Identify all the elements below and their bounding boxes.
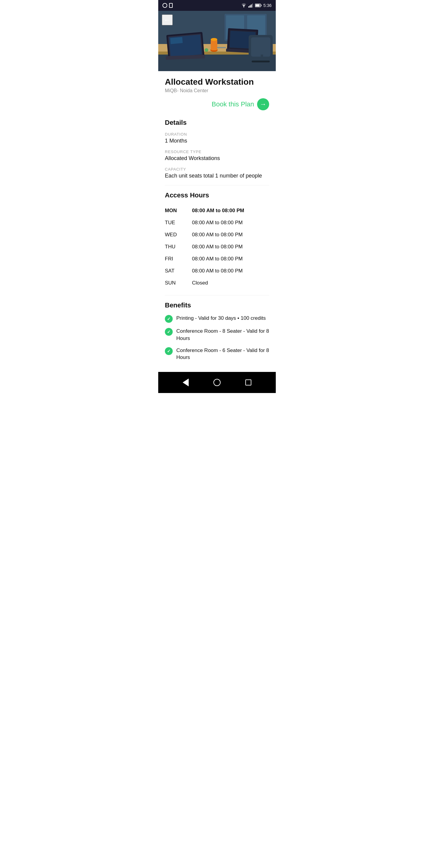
benefit-item: Printing - Valid for 30 days • 100 credi…: [165, 315, 269, 323]
access-hours-day: THU: [165, 241, 192, 253]
access-hours-time: 08:00 AM to 08:00 PM: [192, 253, 269, 265]
resource-type-label: RESOURCE TYPE: [165, 150, 269, 154]
status-left-icons: [162, 3, 173, 8]
sim-icon: [169, 3, 173, 8]
page-subtitle: MiQB- Noida Center: [165, 88, 269, 93]
benefit-item: Conference Room - 6 Seater - Valid for 8…: [165, 347, 269, 361]
benefit-text: Conference Room - 8 Seater - Valid for 8…: [176, 328, 269, 342]
access-hours-day: TUE: [165, 217, 192, 229]
access-hours-time: 08:00 AM to 08:00 PM: [192, 217, 269, 229]
signal-icon: [248, 3, 253, 7]
capacity-value: Each unit seats total 1 number of people: [165, 173, 269, 179]
divider-2: [165, 295, 269, 296]
capacity-label: CAPACITY: [165, 167, 269, 172]
nav-recents-button[interactable]: [243, 377, 254, 388]
svg-point-31: [205, 48, 208, 52]
access-hours-title: Access Hours: [165, 191, 269, 199]
svg-rect-3: [251, 4, 252, 7]
benefit-text: Conference Room - 6 Seater - Valid for 8…: [176, 347, 269, 361]
duration-label: DURATION: [165, 132, 269, 136]
svg-rect-1: [248, 6, 249, 7]
access-hours-day: SAT: [165, 265, 192, 277]
capacity-block: CAPACITY Each unit seats total 1 number …: [165, 167, 269, 179]
resource-type-block: RESOURCE TYPE Allocated Workstations: [165, 150, 269, 161]
duration-block: DURATION 1 Months: [165, 132, 269, 144]
wifi-icon: [241, 3, 247, 7]
benefits-list: Printing - Valid for 30 days • 100 credi…: [165, 315, 269, 361]
svg-rect-28: [251, 37, 270, 57]
nav-home-icon: [213, 379, 221, 386]
details-section-title: Details: [165, 119, 269, 127]
status-right-icons: 5:36: [241, 3, 272, 8]
status-bar: 5:36: [158, 0, 276, 11]
nav-back-button[interactable]: [180, 376, 191, 389]
clock: 5:36: [264, 3, 272, 8]
page-title: Allocated Workstation: [165, 77, 269, 87]
nav-bar: [158, 372, 276, 393]
benefit-item: Conference Room - 8 Seater - Valid for 8…: [165, 328, 269, 342]
benefit-text: Printing - Valid for 30 days • 100 credi…: [176, 315, 266, 322]
nav-recents-icon: [245, 379, 251, 385]
access-hours-table: MON08:00 AM to 08:00 PMTUE08:00 AM to 08…: [165, 205, 269, 289]
duration-value: 1 Months: [165, 138, 269, 144]
benefits-title: Benefits: [165, 301, 269, 309]
access-hours-row: WED08:00 AM to 08:00 PM: [165, 229, 269, 241]
svg-rect-4: [252, 4, 253, 7]
main-content: Allocated Workstation MiQB- Noida Center…: [158, 71, 276, 372]
access-hours-time: 08:00 AM to 08:00 PM: [192, 265, 269, 277]
access-hours-time: 08:00 AM to 08:00 PM: [192, 241, 269, 253]
svg-rect-7: [255, 4, 259, 7]
back-arrow-icon: ←: [164, 16, 171, 24]
access-hours-time: 08:00 AM to 08:00 PM: [192, 229, 269, 241]
access-hours-day: SUN: [165, 277, 192, 289]
svg-rect-30: [252, 61, 270, 62]
nav-home-button[interactable]: [211, 376, 223, 389]
access-hours-row: TUE08:00 AM to 08:00 PM: [165, 217, 269, 229]
svg-rect-18: [170, 37, 183, 44]
benefit-check-icon: [165, 347, 173, 355]
access-hours-row: THU08:00 AM to 08:00 PM: [165, 241, 269, 253]
benefit-check-icon: [165, 328, 173, 336]
nav-back-icon: [183, 378, 189, 386]
access-hours-day: FRI: [165, 253, 192, 265]
book-plan-row: Book this Plan: [165, 98, 269, 110]
hero-image: ←: [158, 11, 276, 71]
svg-rect-25: [211, 39, 217, 50]
book-plan-arrow-icon: [257, 98, 269, 110]
benefit-check-icon: [165, 315, 173, 323]
access-hours-time: 08:00 AM to 08:00 PM: [192, 205, 269, 217]
svg-point-0: [244, 7, 244, 7]
resource-type-value: Allocated Workstations: [165, 155, 269, 161]
access-hours-row: FRI08:00 AM to 08:00 PM: [165, 253, 269, 265]
svg-rect-2: [250, 5, 250, 7]
access-hours-row: SUNClosed: [165, 277, 269, 289]
book-plan-label: Book this Plan: [212, 100, 254, 108]
access-hours-time: Closed: [192, 277, 269, 289]
access-hours-row: MON08:00 AM to 08:00 PM: [165, 205, 269, 217]
battery-icon: [255, 4, 261, 7]
book-plan-button[interactable]: Book this Plan: [212, 98, 269, 110]
office-scene-svg: [158, 11, 276, 71]
divider-1: [165, 185, 269, 185]
svg-point-26: [211, 38, 217, 41]
svg-rect-32: [217, 47, 226, 48]
access-hours-day: MON: [165, 205, 192, 217]
svg-rect-6: [261, 5, 261, 6]
access-hours-day: WED: [165, 229, 192, 241]
notification-icon: [162, 3, 167, 8]
access-hours-row: SAT08:00 AM to 08:00 PM: [165, 265, 269, 277]
back-button[interactable]: ←: [162, 14, 173, 25]
